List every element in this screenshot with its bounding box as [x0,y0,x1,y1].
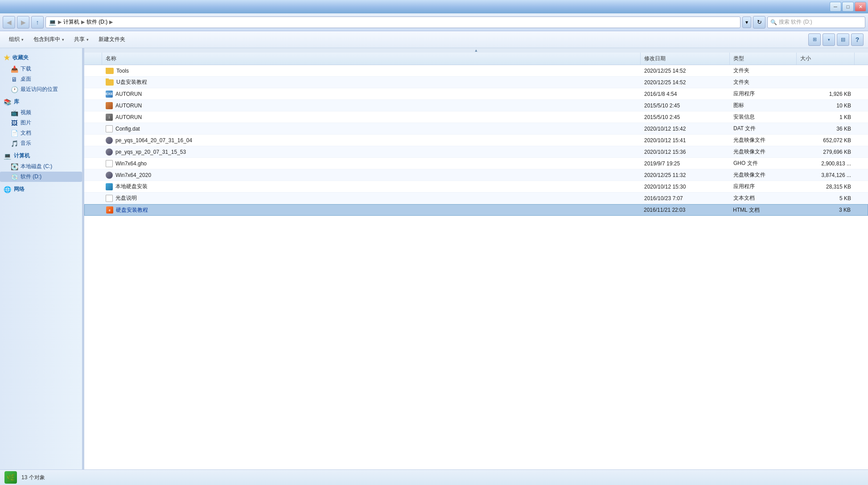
row-name-cell: AUTORUN [102,102,641,109]
scroll-up-indicator: ▲ [84,48,868,53]
sidebar-favorites-header[interactable]: ★ 收藏夹 [0,52,82,64]
sidebar-favorites-section: ★ 收藏夹 📥 下载 🖥 桌面 🕐 最近访问的位置 [0,52,82,95]
row-size-cell: 10 KB [797,103,855,109]
music-icon: 🎵 [11,140,18,147]
table-row[interactable]: pe_yqs_1064_20_07_31_16_042020/10/12 15:… [84,135,868,146]
install-icon [106,183,113,190]
col-header-modified[interactable]: 修改日期 [641,53,730,65]
row-type-cell: 文件夹 [730,78,797,86]
row-type-cell: 安装信息 [730,113,797,121]
table-row[interactable]: e硬盘安装教程2016/11/21 22:03HTML 文档3 KB [84,204,868,216]
share-button[interactable]: 共享 ▾ [70,33,93,46]
gho-icon [106,160,113,167]
row-type-cell: 光盘映像文件 [730,136,797,144]
table-row[interactable]: iAUTORUN2015/5/10 2:45安装信息1 KB [84,111,868,123]
view-toggle-button[interactable]: ⊞ [808,33,821,46]
row-name-text: AUTORUN [115,114,142,120]
row-name-cell: Tools [102,68,641,74]
sidebar-item-recent[interactable]: 🕐 最近访问的位置 [0,84,82,95]
up-button[interactable]: ↑ [31,16,44,29]
refresh-button[interactable]: ↻ [753,16,765,29]
status-bar: 🌿 13 个对象 [0,469,868,485]
row-name-cell: Win7x64_2020 [102,172,641,179]
table-row[interactable]: U盘安装教程2020/12/25 14:52文件夹 [84,77,868,88]
col-header-name[interactable]: 名称 [102,53,641,65]
row-name-cell: 本地硬盘安装 [102,183,641,190]
view-dropdown-button[interactable]: ▾ [823,33,835,46]
row-name-cell: 光盘说明 [102,194,641,202]
table-row[interactable]: 本地硬盘安装2020/10/12 15:30应用程序28,315 KB [84,181,868,193]
software-d-icon: 💿 [11,173,18,181]
preview-pane-button[interactable]: ▤ [837,33,849,46]
sidebar-item-software-d[interactable]: 💿 软件 (D:) [0,172,82,182]
organize-label: 组织 [9,36,20,43]
table-row[interactable]: EXEAUTORUN2016/1/8 4:54应用程序1,926 KB [84,88,868,100]
row-name-cell: pe_yqs_xp_20_07_31_15_53 [102,148,641,156]
help-button[interactable]: ? [851,33,864,46]
image-icon: 🖼 [11,119,18,127]
table-row[interactable]: AUTORUN2015/5/10 2:45图标10 KB [84,100,868,111]
new-folder-button[interactable]: 新建文件夹 [94,33,130,46]
close-button[interactable]: ✕ [855,2,866,12]
html-icon: e [106,206,113,214]
include-library-button[interactable]: 包含到库中 ▾ [29,33,69,46]
file-rows-container: Tools2020/12/25 14:52文件夹U盘安装教程2020/12/25… [84,65,868,216]
search-placeholder: 搜索 软件 (D:) [779,18,812,26]
ico-icon [106,102,113,109]
row-size-cell: 3 KB [796,207,854,213]
minimize-button[interactable]: ─ [830,2,841,12]
row-name-cell: Win7x64.gho [102,160,641,167]
iso-icon [106,137,113,144]
back-button[interactable]: ◀ [3,16,15,29]
sidebar-computer-header[interactable]: 💻 计算机 [0,150,82,161]
col-header-type[interactable]: 类型 [730,53,797,65]
maximize-button[interactable]: □ [842,2,854,12]
row-modified-cell: 2020/10/12 15:41 [641,137,730,144]
col-header-size[interactable]: 大小 [797,53,855,65]
sidebar-library-header[interactable]: 📚 库 [0,96,82,107]
txt-icon [106,195,113,202]
row-type-cell: 应用程序 [730,90,797,98]
address-path[interactable]: 💻 ▶ 计算机 ▶ 软件 (D:) ▶ [45,16,740,28]
sidebar-item-music[interactable]: 🎵 音乐 [0,138,82,148]
info-icon: i [106,114,113,121]
row-modified-cell: 2020/10/12 15:42 [641,126,730,132]
app-icon: EXE [106,90,113,98]
sidebar-item-local-c[interactable]: 💽 本地磁盘 (C:) [0,161,82,172]
sidebar-item-docs[interactable]: 📄 文档 [0,128,82,138]
table-row[interactable]: 光盘说明2016/10/23 7:07文本文档5 KB [84,193,868,204]
row-modified-cell: 2019/9/7 19:25 [641,160,730,167]
row-name-text: AUTORUN [115,91,142,97]
row-name-cell: U盘安装教程 [102,78,641,86]
table-row[interactable]: Tools2020/12/25 14:52文件夹 [84,65,868,77]
table-row[interactable]: pe_yqs_xp_20_07_31_15_532020/10/12 15:36… [84,146,868,158]
video-icon: 📺 [11,109,18,116]
sidebar-item-desktop[interactable]: 🖥 桌面 [0,74,82,84]
iso-icon [106,148,113,156]
video-label: 视频 [21,109,31,116]
row-modified-cell: 2020/12/25 14:52 [641,68,730,74]
sidebar-item-downloads[interactable]: 📥 下载 [0,64,82,74]
sidebar: ★ 收藏夹 📥 下载 🖥 桌面 🕐 最近访问的位置 [0,48,82,469]
forward-button[interactable]: ▶ [17,16,29,29]
search-bar[interactable]: 🔍 搜索 软件 (D:) [767,16,865,28]
row-name-text: 本地硬盘安装 [115,183,148,190]
sidebar-network-header[interactable]: 🌐 网络 [0,184,82,195]
row-modified-cell: 2020/12/25 14:52 [641,79,730,86]
row-size-cell: 2,900,813 ... [797,160,855,167]
table-row[interactable]: Win7x64.gho2019/9/7 19:25GHO 文件2,900,813… [84,158,868,169]
row-modified-cell: 2015/5/10 2:45 [641,103,730,109]
downloads-icon: 📥 [11,66,18,73]
table-row[interactable]: Config.dat2020/10/12 15:42DAT 文件36 KB [84,123,868,135]
folder-icon [106,68,114,74]
organize-button[interactable]: 组织 ▾ [4,33,28,46]
path-dropdown[interactable]: ▾ [742,16,751,28]
sidebar-item-image[interactable]: 🖼 图片 [0,118,82,128]
row-name-text: pe_yqs_xp_20_07_31_15_53 [115,149,186,155]
sidebar-item-video[interactable]: 📺 视频 [0,107,82,118]
row-type-cell: DAT 文件 [730,125,797,132]
dat-icon [106,125,113,132]
row-type-cell: 文本文档 [730,194,797,202]
table-row[interactable]: Win7x64_20202020/12/25 11:32光盘映像文件3,874,… [84,169,868,181]
row-size-cell: 652,072 KB [797,137,855,144]
